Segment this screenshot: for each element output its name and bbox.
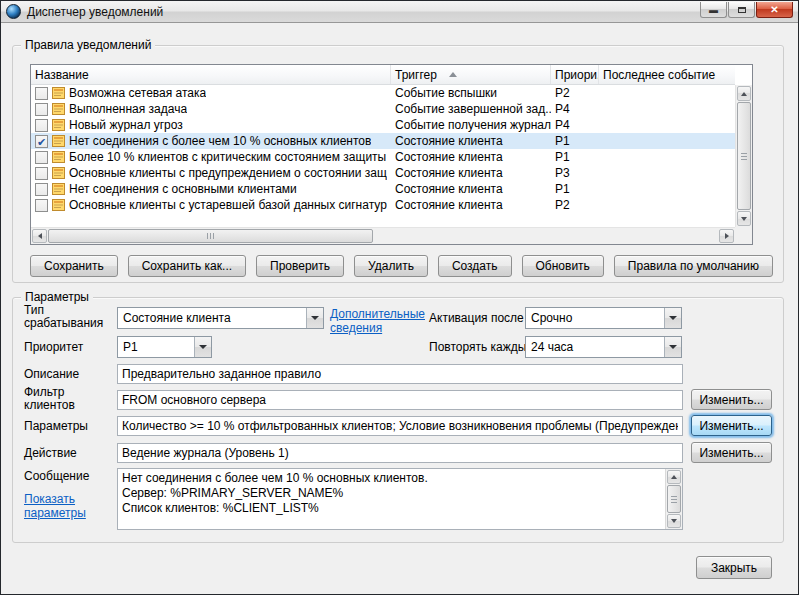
- arrow-up-icon: [741, 92, 747, 96]
- client-filter-input[interactable]: [117, 390, 683, 410]
- rule-checkbox[interactable]: [35, 183, 48, 196]
- rule-trigger: Событие завершенной зад...: [391, 101, 551, 117]
- params-group: Параметры Тип срабатывания Состояние кли…: [12, 297, 784, 543]
- rule-name: Основные клиенты с предупреждением о сос…: [69, 165, 387, 181]
- rule-icon: [52, 135, 65, 147]
- rule-checkbox[interactable]: [35, 135, 48, 148]
- chevron-down-icon[interactable]: [664, 337, 681, 357]
- create-button[interactable]: Создать: [438, 255, 512, 277]
- refresh-button[interactable]: Обновить: [522, 255, 604, 277]
- column-header-trigger[interactable]: Триггер: [391, 65, 551, 84]
- scroll-down-button[interactable]: [737, 211, 751, 226]
- rule-name-cell: Основные клиенты с устаревшей базой данн…: [31, 197, 391, 213]
- table-row[interactable]: Основные клиенты с предупреждением о сос…: [31, 165, 735, 181]
- message-scroll-up-button[interactable]: [667, 470, 681, 484]
- activation-value: Срочно: [526, 311, 664, 325]
- rule-last-event: [599, 85, 735, 101]
- horizontal-scrollbar-thumb[interactable]: [48, 229, 373, 243]
- rule-checkbox[interactable]: [35, 151, 48, 164]
- message-label: Сообщение: [24, 470, 89, 483]
- priority-select[interactable]: P1: [117, 336, 212, 358]
- scroll-right-button[interactable]: [719, 229, 734, 243]
- parameters-input[interactable]: [117, 416, 683, 436]
- rule-checkbox[interactable]: [35, 87, 48, 100]
- more-info-link[interactable]: Дополнительные сведения: [330, 307, 430, 335]
- rule-name-cell: Более 10 % клиентов с критическим состоя…: [31, 149, 391, 165]
- close-window-button[interactable]: ✕: [756, 2, 793, 18]
- message-scrollbar[interactable]: [665, 469, 682, 529]
- column-header-last-event[interactable]: Последнее событие: [599, 65, 735, 84]
- minimize-button[interactable]: ▬: [700, 2, 727, 18]
- delete-button[interactable]: Удалить: [354, 255, 428, 277]
- default-rules-button[interactable]: Правила по умолчанию: [614, 255, 773, 277]
- rule-name: Нет соединения с основными клиентами: [69, 181, 297, 197]
- close-button[interactable]: Закрыть: [696, 556, 772, 579]
- rule-priority: P1: [551, 133, 599, 149]
- client-filter-label: Фильтр клиентов: [24, 386, 94, 412]
- maximize-icon: [738, 7, 746, 13]
- rule-name: Основные клиенты с устаревшей базой данн…: [69, 197, 387, 213]
- scroll-up-button[interactable]: [737, 86, 751, 101]
- vertical-scrollbar-thumb[interactable]: [737, 102, 751, 210]
- message-scroll-down-button[interactable]: [667, 514, 681, 528]
- vertical-scrollbar[interactable]: [735, 85, 752, 227]
- rule-icon: [52, 167, 65, 179]
- save-as-button[interactable]: Сохранить как...: [128, 255, 246, 277]
- table-row[interactable]: Нет соединения с более чем 10 % основных…: [31, 133, 735, 149]
- rule-trigger: Состояние клиента: [391, 149, 551, 165]
- scroll-left-button[interactable]: [32, 229, 47, 243]
- edit-client-filter-button[interactable]: Изменить...: [691, 389, 772, 410]
- table-row[interactable]: Выполненная задача Событие завершенной з…: [31, 101, 735, 117]
- rule-name-cell: Выполненная задача: [31, 101, 391, 117]
- rule-name: Более 10 % клиентов с критическим состоя…: [69, 149, 386, 165]
- activation-select[interactable]: Срочно: [525, 307, 682, 329]
- action-label: Действие: [24, 447, 77, 460]
- params-group-label: Параметры: [21, 290, 93, 304]
- column-header-trigger-label: Триггер: [395, 68, 437, 82]
- trigger-type-select[interactable]: Состояние клиента: [117, 307, 324, 329]
- edit-parameters-button[interactable]: Изменить...: [691, 415, 772, 436]
- rule-checkbox[interactable]: [35, 199, 48, 212]
- rule-priority: P1: [551, 149, 599, 165]
- repeat-select[interactable]: 24 часа: [525, 336, 682, 358]
- titlebar[interactable]: Диспетчер уведомлений ▬ ✕: [1, 1, 798, 23]
- table-row[interactable]: Нет соединения с основными клиентами Сос…: [31, 181, 735, 197]
- rule-icon: [52, 87, 65, 99]
- column-header-name[interactable]: Название: [31, 65, 391, 84]
- chevron-down-icon[interactable]: [664, 308, 681, 328]
- app-icon: [6, 4, 21, 19]
- table-row[interactable]: Основные клиенты с устаревшей базой данн…: [31, 197, 735, 213]
- rule-checkbox[interactable]: [35, 167, 48, 180]
- action-input[interactable]: [117, 443, 683, 463]
- table-row[interactable]: Новый журнал угроз Событие получения жур…: [31, 117, 735, 133]
- rule-last-event: [599, 181, 735, 197]
- message-text[interactable]: Нет соединения с более чем 10 % основных…: [122, 471, 663, 527]
- column-header-priority[interactable]: Приори...: [551, 65, 599, 84]
- save-button[interactable]: Сохранить: [30, 255, 118, 277]
- sort-arrow-icon: [449, 72, 457, 77]
- rules-group-label: Правила уведомлений: [21, 38, 155, 52]
- maximize-button[interactable]: [728, 2, 755, 18]
- rule-checkbox[interactable]: [35, 119, 48, 132]
- show-params-link[interactable]: Показать параметры: [24, 492, 99, 520]
- rule-icon: [52, 103, 65, 115]
- description-input[interactable]: [117, 364, 683, 384]
- rule-priority: P1: [551, 181, 599, 197]
- scrollbar-corner: [735, 227, 752, 244]
- edit-action-button[interactable]: Изменить...: [691, 442, 772, 463]
- message-scrollbar-thumb[interactable]: [667, 485, 681, 513]
- rule-name: Возможна сетевая атака: [69, 85, 206, 101]
- rule-checkbox[interactable]: [35, 103, 48, 116]
- table-row[interactable]: Более 10 % клиентов с критическим состоя…: [31, 149, 735, 165]
- rule-last-event: [599, 101, 735, 117]
- check-button[interactable]: Проверить: [256, 255, 344, 277]
- rules-table-body: Возможна сетевая атака Событие вспышки P…: [31, 85, 735, 227]
- rule-name: Нет соединения с более чем 10 % основных…: [69, 133, 371, 149]
- chevron-down-icon[interactable]: [306, 308, 323, 328]
- table-row[interactable]: Возможна сетевая атака Событие вспышки P…: [31, 85, 735, 101]
- trigger-type-label: Тип срабатывания: [24, 304, 109, 330]
- horizontal-scrollbar[interactable]: [31, 227, 735, 244]
- chevron-down-icon[interactable]: [194, 337, 211, 357]
- message-textarea[interactable]: Нет соединения с более чем 10 % основных…: [117, 468, 683, 530]
- rule-last-event: [599, 197, 735, 213]
